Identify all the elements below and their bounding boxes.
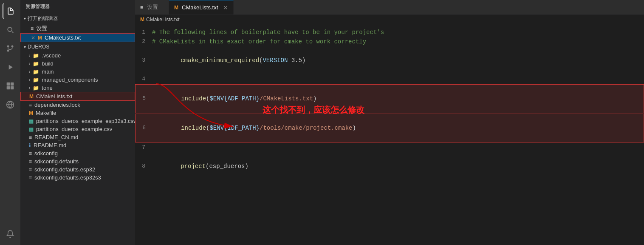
file-readme-label: README.md — [34, 142, 66, 148]
file-partitions-csv-label: partitions_dueros_example.csv — [36, 126, 112, 132]
file-sdkconfig-defaults-label: sdkconfig.defaults — [34, 158, 79, 165]
svg-rect-5 — [7, 86, 10, 90]
sidebar-content: ▾ 打开的编辑器 ≡ 设置 ✕ M CMakeLists.txt ▾ DUERO… — [20, 13, 135, 245]
remote-icon[interactable] — [3, 97, 18, 112]
sdkconfig-defaults-icon: ≡ — [29, 159, 32, 165]
file-sdkconfig[interactable]: ≡ sdkconfig — [20, 149, 135, 157]
file-cmakelists[interactable]: M CMakeLists.txt — [20, 92, 135, 101]
code-line-3: 3 cmake_minimum_required(VERSION 3.5) — [135, 46, 644, 74]
lock-icon: ≡ — [29, 102, 32, 108]
main-content: ≡ 设置 M CMakeLists.txt ✕ M CMakeLists.txt… — [135, 0, 644, 245]
open-editor-cmakelists[interactable]: ✕ M CMakeLists.txt — [20, 33, 135, 42]
open-editors-label: 打开的编辑器 — [28, 15, 58, 22]
folder-dueros[interactable]: ▾ DUEROS — [20, 42, 135, 51]
tab-close-button[interactable]: ✕ — [223, 4, 228, 11]
file-sdkconfig-defaults[interactable]: ≡ sdkconfig.defaults — [20, 157, 135, 165]
search-icon[interactable] — [3, 22, 18, 37]
code-line-1: 1 # The following lines of boilerplate h… — [135, 28, 644, 37]
activity-bar — [0, 0, 20, 245]
line-content-7 — [152, 143, 637, 152]
file-sdkconfig-esp32s3-label: sdkconfig.defaults.esp32s3 — [34, 174, 101, 181]
managed-chevron: › — [29, 77, 30, 82]
svg-rect-6 — [11, 86, 14, 90]
line-num-4: 4 — [135, 74, 152, 84]
code-line-8: 8 project(esp_dueros) — [135, 152, 644, 180]
file-makefile-label: Makefile — [36, 110, 56, 116]
open-editor-settings-label: 设置 — [36, 25, 47, 32]
file-partitions-csv[interactable]: ▦ partitions_dueros_example.csv — [20, 125, 135, 133]
code-line-5: 5 include($ENV{ADF_PATH}/CMakeLists.txt) — [135, 84, 644, 113]
readme-cn-icon: ≡ — [29, 134, 32, 140]
file-dependencies-lock[interactable]: ≡ dependencies.lock — [20, 101, 135, 109]
folder-tone-label: tone — [42, 85, 52, 91]
annotation-text: 这个找不到，应该怎么修改 — [263, 105, 364, 114]
source-control-icon[interactable] — [3, 41, 18, 56]
svg-rect-4 — [11, 83, 14, 86]
file-readme-cn-label: README_CN.md — [34, 134, 78, 140]
dueros-chevron: ▾ — [24, 45, 26, 49]
cmake-icon: M — [29, 94, 34, 100]
cmake-file-icon: M — [38, 35, 42, 41]
open-editors-section[interactable]: ▾ 打开的编辑器 — [20, 13, 135, 24]
file-makefile[interactable]: M Makefile — [20, 109, 135, 117]
code-line-7: 7 — [135, 143, 644, 152]
open-editors-chevron: ▾ — [24, 16, 26, 21]
svg-point-0 — [7, 46, 9, 48]
folder-build[interactable]: › 📁 build — [20, 60, 135, 68]
folder-main-label: main — [42, 68, 54, 75]
folder-managed[interactable]: › 📁 managed_components — [20, 76, 135, 84]
run-icon[interactable] — [3, 60, 18, 75]
folder-main[interactable]: › 📁 main — [20, 68, 135, 76]
line-content-5: include($ENV{ADF_PATH}/CMakeLists.txt) — [153, 85, 637, 113]
svg-rect-3 — [7, 83, 10, 86]
csv-icon-1: ▦ — [29, 118, 34, 124]
readme-icon: ℹ — [29, 142, 31, 148]
main-chevron: › — [29, 69, 30, 74]
breadcrumb-icon: M — [140, 17, 144, 23]
open-editor-cmake-label: CMakeLists.txt — [45, 34, 81, 41]
breadcrumb-label: CMakeLists.txt — [146, 17, 180, 23]
tab-cmakelists-label: CMakeLists.txt — [182, 4, 218, 11]
notification-icon[interactable] — [3, 226, 18, 242]
folder-dueros-label: DUEROS — [28, 44, 49, 50]
line-content-1: # The following lines of boilerplate hav… — [152, 28, 637, 37]
build-chevron: › — [29, 61, 30, 66]
makefile-icon: M — [29, 110, 33, 116]
line-num-5: 5 — [136, 94, 153, 103]
line-num-2: 2 — [135, 37, 152, 46]
open-editor-settings[interactable]: ≡ 设置 — [20, 24, 135, 33]
editor[interactable]: 1 # The following lines of boilerplate h… — [135, 24, 644, 245]
file-readme-cn[interactable]: ≡ README_CN.md — [20, 133, 135, 141]
line-content-6: include($ENV{IDF_PATH}/tools/cmake/proje… — [153, 114, 637, 142]
cmake-tab-icon: M — [174, 5, 178, 11]
sidebar: 资源管理器 ▾ 打开的编辑器 ≡ 设置 ✕ M CMakeLists.txt ▾… — [20, 0, 135, 245]
vscode-chevron: › — [29, 53, 30, 58]
file-readme[interactable]: ℹ README.md — [20, 141, 135, 149]
folder-managed-label: managed_components — [42, 77, 98, 83]
tab-bar: ≡ 设置 M CMakeLists.txt ✕ — [135, 0, 644, 15]
file-partitions-esp32s3-label: partitions_dueros_example_esp32s3.csv — [36, 118, 135, 124]
folder-tone[interactable]: › 📁 tone — [20, 84, 135, 92]
file-sdkconfig-esp32s3[interactable]: ≡ sdkconfig.defaults.esp32s3 — [20, 174, 135, 182]
breadcrumb: M CMakeLists.txt — [135, 15, 644, 24]
tab-settings[interactable]: ≡ 设置 — [135, 0, 169, 14]
sdkconfig-esp32-icon: ≡ — [29, 167, 32, 173]
sdkconfig-icon: ≡ — [29, 151, 32, 157]
line-num-3: 3 — [135, 56, 152, 65]
file-partitions-esp32s3[interactable]: ▦ partitions_dueros_example_esp32s3.csv — [20, 117, 135, 125]
tone-chevron: › — [29, 85, 30, 90]
svg-point-1 — [11, 46, 14, 48]
managed-folder-icon: 📁 — [33, 77, 39, 83]
code-line-6: 6 include($ENV{IDF_PATH}/tools/cmake/pro… — [135, 114, 644, 142]
folder-vscode[interactable]: › 📁 .vscode — [20, 51, 135, 60]
sidebar-title: 资源管理器 — [20, 0, 135, 13]
cmake-close-icon[interactable]: ✕ — [31, 35, 35, 41]
line-content-8: project(esp_dueros) — [152, 152, 637, 180]
settings-tab-icon: ≡ — [140, 4, 144, 11]
files-icon[interactable] — [3, 3, 18, 19]
code-line-4: 4 — [135, 74, 644, 84]
extensions-icon[interactable] — [3, 78, 18, 94]
tab-cmakelists[interactable]: M CMakeLists.txt ✕ — [169, 0, 234, 14]
folder-build-label: build — [42, 60, 53, 67]
file-sdkconfig-esp32[interactable]: ≡ sdkconfig.defaults.esp32 — [20, 165, 135, 174]
